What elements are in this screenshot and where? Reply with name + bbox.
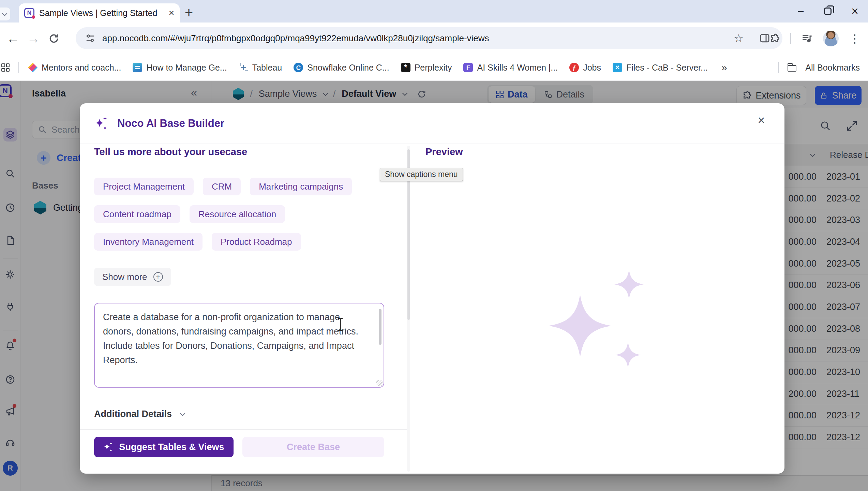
bookmark-label: Tableau	[252, 63, 282, 73]
preview-sparkle-large-icon	[549, 294, 612, 357]
plus-circle-icon: +	[153, 272, 163, 282]
bookmark-item[interactable]: How to Manage Ge...	[133, 63, 227, 73]
sparkle-icon	[103, 442, 114, 452]
bookmarks-separator	[18, 62, 19, 73]
bookmark-label: AI Skills 4 Women |...	[477, 63, 558, 73]
bookmark-star-icon[interactable]: ☆	[734, 32, 744, 45]
usecase-chip[interactable]: Product Roadmap	[212, 233, 301, 251]
usecase-chip[interactable]: Inventory Management	[94, 233, 203, 251]
bookmark-item[interactable]: CSnowflake Online C...	[294, 63, 389, 73]
prompt-textarea[interactable]: Create a database for a non-profit organ…	[94, 303, 384, 388]
new-tab-button[interactable]: +	[180, 4, 198, 22]
show-captions-tooltip: Show captions menu	[380, 168, 463, 181]
window-restore-button[interactable]	[824, 8, 832, 15]
site-settings-icon[interactable]	[85, 33, 95, 43]
browser-menu-icon[interactable]: ⋮	[849, 32, 860, 45]
create-base-button-disabled[interactable]: Create Base	[242, 437, 384, 457]
browser-tab[interactable]: N Sample Views | Getting Started ×	[19, 3, 180, 23]
reload-button[interactable]	[44, 33, 64, 44]
bookmark-label: Mentors and coach...	[42, 63, 121, 73]
chevron-down-icon	[2, 11, 7, 16]
suggest-tables-views-button[interactable]: Suggest Tables & Views	[94, 437, 234, 457]
preview-heading: Preview	[425, 146, 463, 158]
files-favicon-icon: ×	[613, 63, 622, 72]
modal-title: Noco AI Base Builder	[117, 117, 224, 130]
bookmark-label: Files - CaB - Server...	[626, 63, 708, 73]
sparkle-icon	[95, 116, 108, 131]
reload-icon	[48, 33, 60, 44]
show-more-label: Show more	[102, 272, 147, 282]
toolbar-separator	[790, 33, 791, 44]
bookmark-item[interactable]: ƒJobs	[569, 63, 601, 73]
bookmark-label: Jobs	[583, 63, 601, 73]
text-cursor-ibeam	[340, 318, 341, 330]
usecase-chip[interactable]: Project Management	[94, 178, 194, 195]
preview-sparkle-medium-icon	[614, 270, 644, 299]
side-panel-icon[interactable]	[759, 33, 770, 44]
window-minimize-button[interactable]: −	[797, 5, 804, 17]
nocodb-favicon-icon: N	[24, 8, 34, 18]
bookmark-item[interactable]: Tableau	[239, 63, 282, 73]
usecase-chip[interactable]: Content roadmap	[94, 205, 180, 223]
window-close-button[interactable]: ×	[851, 5, 858, 17]
panel-scrollbar[interactable]	[407, 146, 410, 472]
jobs-favicon-icon: ƒ	[569, 63, 579, 72]
bookmarks-list: Mentors and coach...How to Manage Ge...T…	[28, 63, 708, 73]
preview-sparkle-small-icon	[615, 342, 641, 368]
additional-details-toggle[interactable]: Additional Details	[94, 409, 184, 419]
snowflake-favicon-icon: C	[294, 63, 303, 72]
usecase-heading: Tell us more about your usecase	[94, 146, 247, 158]
bookmarks-bar: Mentors and coach...How to Manage Ge...T…	[0, 55, 868, 81]
apps-grid-icon[interactable]	[1, 63, 10, 72]
modal-header: Noco AI Base Builder	[80, 103, 784, 144]
nocodb-app: N	[0, 81, 868, 491]
bookmark-item[interactable]: Mentors and coach...	[28, 63, 121, 73]
folder-icon	[788, 65, 796, 72]
aiskills-favicon-icon: F	[463, 63, 473, 72]
show-more-button[interactable]: Show more +	[94, 268, 171, 286]
bookmark-label: Snowflake Online C...	[307, 63, 389, 73]
forward-button[interactable]: →	[23, 32, 44, 45]
media-controls-icon[interactable]	[801, 33, 813, 44]
bookmark-label: How to Manage Ge...	[146, 63, 227, 73]
url-text: app.nocodb.com/#/wju7rtrq/p0fmbgpx0odgq0…	[102, 33, 727, 44]
back-button[interactable]: ←	[3, 32, 23, 45]
bookmark-item[interactable]: *Perplexity	[401, 63, 452, 73]
mentors-favicon-icon	[28, 63, 38, 72]
usecase-chip[interactable]: Resource allocation	[190, 205, 285, 223]
prompt-textarea-wrap: Create a database for a non-profit organ…	[94, 303, 384, 388]
bookmarks-separator	[778, 62, 779, 73]
perplexity-favicon-icon: *	[401, 63, 410, 72]
bookmark-label: Perplexity	[415, 63, 452, 73]
usecase-chip[interactable]: CRM	[203, 178, 241, 195]
usecase-chip[interactable]: Marketing campaigns	[250, 178, 352, 195]
usecase-chips: Project ManagementCRMMarketing campaigns…	[94, 178, 401, 251]
tab-close-icon[interactable]: ×	[169, 8, 174, 18]
bookmark-item[interactable]: ×Files - CaB - Server...	[613, 63, 708, 73]
ai-base-builder-modal: Noco AI Base Builder × Tell us more abou…	[80, 103, 784, 474]
browser-tab-strip: N Sample Views | Getting Started × + − ×	[0, 0, 868, 23]
browser-toolbar: ← → app.nocodb.com/#/wju7rtrq/p0fmbgpx0o…	[0, 23, 868, 55]
textarea-resize-handle[interactable]	[376, 380, 383, 386]
suggest-button-label: Suggest Tables & Views	[119, 442, 224, 452]
url-bar[interactable]: app.nocodb.com/#/wju7rtrq/p0fmbgpx0odgq0…	[76, 27, 782, 49]
extensions-puzzle-icon[interactable]	[769, 33, 780, 44]
bookmarks-overflow-chevron[interactable]: »	[721, 62, 727, 73]
bookmark-item[interactable]: FAI Skills 4 Women |...	[463, 63, 558, 73]
howto-favicon-icon	[133, 63, 142, 72]
textarea-scrollbar-thumb[interactable]	[379, 309, 381, 345]
browser-profile-avatar[interactable]	[823, 31, 839, 46]
tableau-favicon-icon	[239, 63, 248, 72]
additional-details-label: Additional Details	[94, 409, 172, 419]
all-bookmarks-button[interactable]: All Bookmarks	[805, 63, 860, 73]
tab-title: Sample Views | Getting Started	[39, 8, 164, 18]
tab-list-chevron-button[interactable]	[0, 8, 10, 20]
panel-divider	[80, 429, 408, 430]
modal-close-button[interactable]: ×	[754, 113, 769, 128]
